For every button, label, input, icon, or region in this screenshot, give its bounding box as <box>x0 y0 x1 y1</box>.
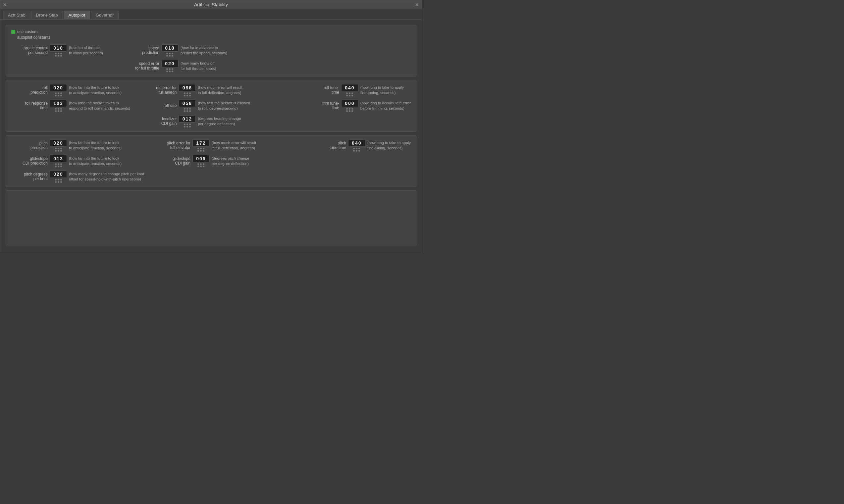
dot[interactable] <box>60 166 62 167</box>
localizer-cdi-gain-value[interactable]: 012 <box>179 115 196 123</box>
dot[interactable] <box>189 108 191 110</box>
dot[interactable] <box>358 150 360 152</box>
dot[interactable] <box>172 53 173 54</box>
dot[interactable] <box>356 150 357 152</box>
dot[interactable] <box>353 150 355 152</box>
throttle-control-spinner[interactable]: 010 <box>50 44 67 57</box>
dot[interactable] <box>169 55 170 57</box>
dot[interactable] <box>197 163 199 165</box>
dot[interactable] <box>203 166 204 167</box>
dot[interactable] <box>352 95 353 96</box>
dot[interactable] <box>60 150 62 152</box>
dot[interactable] <box>358 148 360 149</box>
dot[interactable] <box>349 95 351 96</box>
glideslope-cdi-prediction-value[interactable]: 013 <box>50 155 67 162</box>
dot[interactable] <box>349 108 351 110</box>
dot[interactable] <box>184 124 185 125</box>
dot[interactable] <box>184 92 185 94</box>
speed-error-value[interactable]: 020 <box>161 60 179 67</box>
dot[interactable] <box>346 92 348 94</box>
dot[interactable] <box>189 92 191 94</box>
glideslope-cdi-prediction-spinner[interactable]: 013 <box>50 155 67 167</box>
trim-tune-time-spinner[interactable]: 000 <box>341 100 358 112</box>
dot[interactable] <box>166 71 168 72</box>
dot[interactable] <box>352 110 353 112</box>
dot[interactable] <box>60 181 62 183</box>
dot[interactable] <box>200 163 202 165</box>
dot[interactable] <box>197 150 199 152</box>
dot[interactable] <box>346 110 348 112</box>
tab-autopilot[interactable]: Autopilot <box>64 11 90 19</box>
pitch-tune-time-spinner[interactable]: 040 <box>348 139 365 152</box>
dot[interactable] <box>58 95 59 96</box>
dot[interactable] <box>55 110 57 112</box>
pitch-degrees-per-knot-spinner[interactable]: 020 <box>50 170 67 183</box>
roll-prediction-value[interactable]: 020 <box>50 84 67 91</box>
dot[interactable] <box>349 92 351 94</box>
dot[interactable] <box>60 108 62 110</box>
pitch-tune-time-value[interactable]: 040 <box>348 139 365 147</box>
dot[interactable] <box>166 68 168 70</box>
localizer-cdi-gain-spinner[interactable]: 012 <box>179 115 196 127</box>
dot[interactable] <box>55 108 57 110</box>
dot[interactable] <box>349 110 351 112</box>
dot[interactable] <box>55 148 57 149</box>
glideslope-cdi-gain-spinner[interactable]: 006 <box>193 155 210 167</box>
dot[interactable] <box>186 126 188 127</box>
speed-prediction-spinner[interactable]: 010 <box>161 44 179 57</box>
dot[interactable] <box>55 181 57 183</box>
dot[interactable] <box>186 108 188 110</box>
dot[interactable] <box>58 92 59 94</box>
dot[interactable] <box>166 53 168 54</box>
roll-error-spinner[interactable]: 086 <box>179 84 196 96</box>
dot[interactable] <box>58 53 59 54</box>
dot[interactable] <box>60 95 62 96</box>
dot[interactable] <box>184 108 185 110</box>
dot[interactable] <box>197 148 199 149</box>
roll-response-time-spinner[interactable]: 103 <box>50 100 67 112</box>
dot[interactable] <box>169 68 170 70</box>
dot[interactable] <box>189 110 191 112</box>
dot[interactable] <box>172 68 173 70</box>
trim-tune-time-value[interactable]: 000 <box>341 100 358 107</box>
dot[interactable] <box>184 110 185 112</box>
dot[interactable] <box>166 55 168 57</box>
dot[interactable] <box>58 181 59 183</box>
dot[interactable] <box>189 126 191 127</box>
pitch-prediction-value[interactable]: 020 <box>50 139 67 147</box>
dot[interactable] <box>58 150 59 152</box>
dot[interactable] <box>58 166 59 167</box>
dot[interactable] <box>55 92 57 94</box>
dot[interactable] <box>58 55 59 57</box>
dot[interactable] <box>60 110 62 112</box>
dot[interactable] <box>60 55 62 57</box>
roll-error-value[interactable]: 086 <box>179 84 196 91</box>
tab-governor[interactable]: Governor <box>91 11 119 19</box>
dot[interactable] <box>60 179 62 180</box>
dot[interactable] <box>60 92 62 94</box>
speed-prediction-value[interactable]: 010 <box>161 44 179 52</box>
dot[interactable] <box>60 163 62 165</box>
dot[interactable] <box>55 55 57 57</box>
dot[interactable] <box>55 166 57 167</box>
dot[interactable] <box>186 124 188 125</box>
dot[interactable] <box>172 55 173 57</box>
roll-tune-time-spinner[interactable]: 040 <box>341 84 358 96</box>
pitch-error-spinner[interactable]: 172 <box>193 139 210 152</box>
roll-prediction-spinner[interactable]: 020 <box>50 84 67 96</box>
dot[interactable] <box>203 148 204 149</box>
dot[interactable] <box>197 166 199 167</box>
glideslope-cdi-gain-value[interactable]: 006 <box>193 155 210 162</box>
dot[interactable] <box>200 150 202 152</box>
dot[interactable] <box>189 95 191 96</box>
close-button-left[interactable]: ✕ <box>3 2 7 7</box>
roll-tune-time-value[interactable]: 040 <box>341 84 358 91</box>
pitch-error-value[interactable]: 172 <box>193 139 210 147</box>
dot[interactable] <box>184 126 185 127</box>
tab-acft-stab[interactable]: Acft Stab <box>3 11 31 19</box>
dot[interactable] <box>203 150 204 152</box>
dot[interactable] <box>58 163 59 165</box>
dot[interactable] <box>58 179 59 180</box>
dot[interactable] <box>346 95 348 96</box>
dot[interactable] <box>186 95 188 96</box>
